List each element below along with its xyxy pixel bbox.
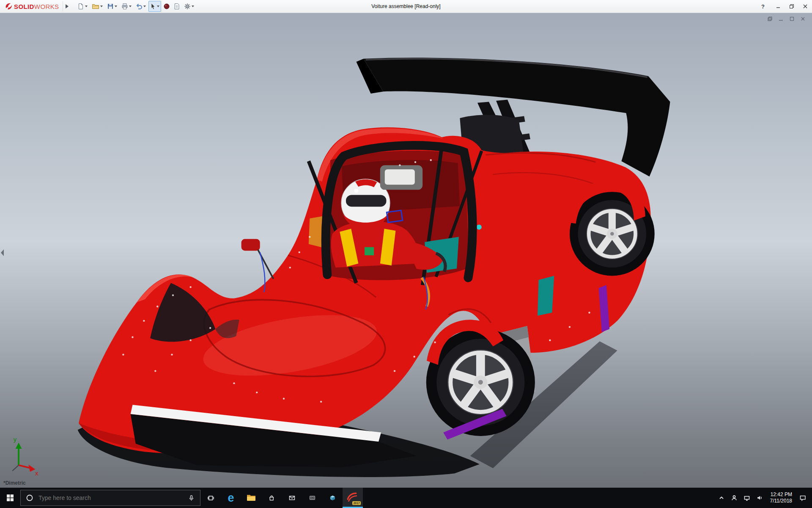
dropdown-caret-icon[interactable] (129, 6, 132, 7)
print-icon (121, 3, 128, 10)
quick-access-toolbar (76, 1, 196, 12)
volume-icon (756, 494, 763, 501)
task-view-icon (207, 494, 214, 502)
titlebar: SOLIDWORKS (0, 0, 812, 13)
network-icon (743, 494, 750, 501)
solidworks-logo: SOLIDWORKS (0, 2, 63, 11)
3d-car-model[interactable]: x y (0, 13, 812, 488)
mail-button[interactable] (282, 488, 302, 508)
new-document-button[interactable] (76, 1, 89, 12)
ds-logo-icon (4, 2, 13, 11)
dropdown-caret-icon[interactable] (143, 6, 146, 7)
microphone-icon[interactable] (188, 494, 195, 502)
new-document-icon (77, 3, 84, 10)
restore-icon (789, 4, 794, 9)
screen: { "titlebar": { "brand_red": "#d0202a", … (0, 0, 812, 508)
doc-maximize-button[interactable] (788, 15, 795, 22)
search-input[interactable] (38, 494, 184, 502)
options-button[interactable] (182, 1, 196, 12)
doc-close-button[interactable] (799, 15, 806, 22)
dropdown-caret-icon[interactable] (115, 6, 117, 7)
dropdown-caret-icon[interactable] (85, 6, 88, 7)
edge-button[interactable]: e (221, 488, 241, 508)
cortana-circle-icon (26, 494, 33, 502)
close-button[interactable] (798, 0, 812, 13)
rebuild-button[interactable] (162, 1, 171, 12)
brand-works: WORKS (34, 3, 59, 10)
clock-date: 7/11/2018 (770, 498, 793, 504)
orientation-triad: x y (12, 436, 38, 477)
taskbar-search[interactable] (20, 490, 200, 506)
rebuild-icon (164, 3, 170, 9)
dropdown-caret-icon[interactable] (157, 6, 159, 7)
help-button[interactable]: ? (754, 3, 771, 10)
featuremanager-expand-arrow[interactable] (0, 248, 5, 259)
file-properties-button[interactable] (172, 1, 181, 12)
screen-capture-icon (309, 494, 316, 502)
store-button[interactable] (261, 488, 282, 508)
3d-viewer-button[interactable] (322, 488, 343, 508)
system-tray: 12:42 PM 7/11/2018 (715, 488, 812, 508)
harness-buckle (365, 247, 374, 255)
open-button[interactable] (90, 1, 104, 12)
triad-y-label: y (14, 436, 17, 443)
minimize-icon (776, 4, 781, 9)
open-icon (92, 3, 99, 10)
solidworks-taskbar-button[interactable]: 2017 (343, 488, 363, 508)
titlebar-right: ? (754, 0, 812, 13)
undo-button[interactable] (134, 1, 148, 12)
minimize-button[interactable] (771, 0, 785, 13)
windows-logo-icon (6, 494, 14, 502)
task-view-button[interactable] (200, 488, 221, 508)
screen-capture-button[interactable] (302, 488, 322, 508)
action-center-button[interactable] (796, 488, 809, 508)
save-button[interactable] (105, 1, 119, 12)
mail-icon (288, 494, 296, 502)
flyout-triangle-icon (66, 4, 69, 8)
restore-button[interactable] (785, 0, 798, 13)
store-icon (268, 494, 275, 502)
restore-down-icon (767, 16, 773, 22)
network-tray-button[interactable] (741, 488, 753, 508)
select-cursor-icon (150, 3, 156, 10)
user-tray-button[interactable] (728, 488, 741, 508)
side-mirror[interactable] (241, 239, 274, 279)
collapse-arrow-icon (0, 248, 5, 257)
edge-icon: e (228, 492, 234, 504)
orientation-label: *Dimetric (3, 480, 26, 486)
start-button[interactable] (0, 488, 20, 508)
menu-expand-arrow[interactable] (63, 1, 71, 11)
volume-tray-button[interactable] (753, 488, 766, 508)
dropdown-caret-icon[interactable] (100, 6, 103, 7)
taskbar-clock[interactable]: 12:42 PM 7/11/2018 (766, 491, 797, 504)
doc-restore-down-button[interactable] (766, 15, 773, 22)
graphics-viewport[interactable]: x y *Dimetric (0, 13, 812, 488)
minimize-icon (778, 16, 784, 22)
document-window-controls (766, 15, 806, 22)
options-gear-icon (184, 3, 191, 10)
print-button[interactable] (120, 1, 133, 12)
action-center-icon (799, 494, 807, 502)
doc-minimize-button[interactable] (777, 15, 784, 22)
file-explorer-icon (246, 493, 256, 503)
close-icon (803, 4, 808, 9)
file-properties-icon (174, 3, 180, 10)
3d-viewer-icon (329, 494, 336, 502)
chevron-up-icon (718, 494, 725, 501)
clock-time: 12:42 PM (771, 491, 792, 498)
file-explorer-button[interactable] (241, 488, 261, 508)
rearview-mirror[interactable] (380, 165, 422, 190)
user-icon (731, 494, 738, 501)
close-icon (800, 16, 806, 22)
windows-taskbar: e 2017 12:42 PM 7/11/201 (0, 488, 812, 508)
hidden-icons-button[interactable] (715, 488, 728, 508)
select-button[interactable] (148, 1, 161, 12)
maximize-icon (789, 16, 795, 22)
triad-x-label: x (35, 470, 38, 477)
dropdown-caret-icon[interactable] (192, 6, 194, 7)
brand-solid: SOLID (14, 3, 34, 10)
solidworks-version-badge: 2017 (352, 501, 361, 505)
save-icon (107, 3, 114, 10)
helmet-visor (346, 195, 387, 207)
undo-icon (136, 3, 143, 10)
